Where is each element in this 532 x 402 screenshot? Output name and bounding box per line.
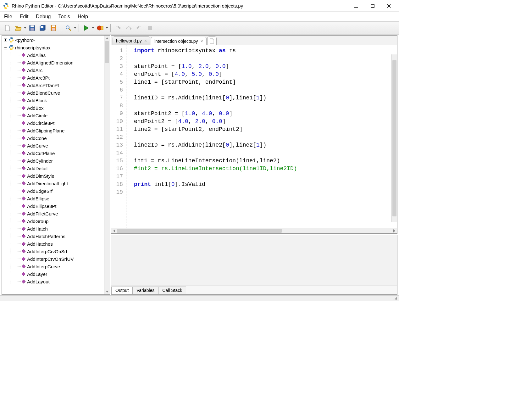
tree-item[interactable]: AddCircle bbox=[2, 112, 110, 119]
open-file-button[interactable] bbox=[14, 23, 23, 33]
content-area: <python> rhinoscriptsyntax AddAliasAddAl… bbox=[0, 34, 399, 295]
tree-root-python[interactable]: <python> bbox=[2, 36, 110, 44]
close-icon[interactable]: × bbox=[200, 39, 203, 44]
method-icon bbox=[21, 181, 26, 186]
step-over-button[interactable] bbox=[124, 23, 133, 33]
tree-item-label: AddCone bbox=[27, 136, 47, 141]
tree-view[interactable]: <python> rhinoscriptsyntax AddAliasAddAl… bbox=[2, 36, 110, 294]
tree-item[interactable]: AddBlendCurve bbox=[2, 89, 110, 97]
tree-connector bbox=[8, 181, 21, 186]
scroll-track[interactable] bbox=[117, 228, 391, 233]
svg-rect-15 bbox=[52, 28, 55, 31]
resize-grip-icon[interactable] bbox=[393, 296, 397, 301]
scroll-left-icon[interactable] bbox=[111, 229, 117, 232]
menu-help[interactable]: Help bbox=[78, 14, 88, 20]
svg-marker-119 bbox=[22, 265, 25, 268]
save-as-button[interactable] bbox=[49, 23, 58, 33]
tree-item[interactable]: AddInterpCrvOnSrfUV bbox=[2, 255, 110, 263]
tree-item[interactable]: AddBox bbox=[2, 104, 110, 112]
tree-item[interactable]: AddCutPlane bbox=[2, 149, 110, 157]
tree-item[interactable]: AddAlias bbox=[2, 51, 110, 59]
tree-item[interactable]: AddEdgeSrf bbox=[2, 187, 110, 195]
method-icon bbox=[21, 279, 26, 284]
tree-item[interactable]: AddCircle3Pt bbox=[2, 119, 110, 127]
tree-item[interactable]: AddCone bbox=[2, 134, 110, 142]
tree-item[interactable]: AddInterpCurve bbox=[2, 263, 110, 270]
step-out-button[interactable] bbox=[135, 23, 144, 33]
search-button[interactable] bbox=[64, 23, 73, 33]
tree-item[interactable]: AddFilletCurve bbox=[2, 210, 110, 217]
menu-edit[interactable]: Edit bbox=[20, 14, 29, 20]
tab-output[interactable]: Output bbox=[111, 287, 133, 294]
maximize-button[interactable] bbox=[365, 1, 380, 11]
editor-vscroll[interactable] bbox=[391, 54, 397, 222]
code-area[interactable]: 12345678910111213141516171819 import rhi… bbox=[111, 45, 397, 228]
new-tab-button[interactable] bbox=[207, 36, 217, 45]
tree-item[interactable]: AddEllipse bbox=[2, 195, 110, 202]
open-dropdown[interactable] bbox=[24, 27, 27, 29]
tree-item-label: AddInterpCurve bbox=[27, 264, 60, 269]
run-dropdown[interactable] bbox=[91, 27, 95, 29]
step-into-button[interactable] bbox=[113, 23, 123, 33]
tree-item[interactable]: AddArc3Pt bbox=[2, 74, 110, 81]
tree-item[interactable]: AddHatches bbox=[2, 240, 110, 248]
tree-item[interactable]: AddHatchPatterns bbox=[2, 232, 110, 240]
editor-hscroll[interactable] bbox=[111, 228, 397, 233]
tree-item[interactable]: AddInterpCrvOnSrf bbox=[2, 248, 110, 255]
search-dropdown[interactable] bbox=[74, 27, 77, 29]
tree-item[interactable]: AddLayout bbox=[2, 278, 110, 285]
tree-item[interactable]: AddDetail bbox=[2, 165, 110, 172]
new-file-button[interactable] bbox=[3, 23, 12, 33]
svg-marker-20 bbox=[92, 27, 94, 29]
tree-item[interactable]: AddGroup bbox=[2, 217, 110, 225]
tree-item[interactable]: AddDirectionalLight bbox=[2, 180, 110, 187]
tree-item[interactable]: AddEllipse3Pt bbox=[2, 202, 110, 210]
close-icon[interactable]: × bbox=[144, 38, 147, 43]
svg-marker-86 bbox=[22, 181, 25, 185]
save-all-button[interactable] bbox=[38, 23, 47, 33]
svg-marker-71 bbox=[22, 144, 25, 148]
tree-item[interactable]: AddArcPtTanPt bbox=[2, 81, 110, 89]
tree-item[interactable]: AddClippingPlane bbox=[2, 127, 110, 134]
svg-marker-50 bbox=[22, 91, 25, 95]
sidebar-scrollbar[interactable] bbox=[104, 36, 110, 294]
output-body[interactable] bbox=[111, 235, 397, 286]
tree-connector bbox=[8, 226, 21, 232]
tab-callstack[interactable]: Call Stack bbox=[158, 287, 186, 294]
scroll-right-icon[interactable] bbox=[391, 229, 397, 232]
tree-item[interactable]: AddArc bbox=[2, 66, 110, 74]
tree-root-rhinoscript[interactable]: rhinoscriptsyntax bbox=[2, 44, 110, 51]
menu-file[interactable]: File bbox=[4, 14, 12, 20]
scroll-up-icon[interactable] bbox=[104, 36, 110, 41]
save-button[interactable] bbox=[27, 23, 37, 33]
svg-point-1 bbox=[7, 8, 7, 8]
breakpoint-button[interactable] bbox=[95, 23, 105, 33]
tree-item[interactable]: AddCurve bbox=[2, 142, 110, 149]
stop-button[interactable] bbox=[145, 23, 155, 33]
tab-variables[interactable]: Variables bbox=[132, 287, 158, 294]
scroll-thumb[interactable] bbox=[105, 41, 109, 63]
scroll-down-icon[interactable] bbox=[104, 289, 110, 294]
scroll-thumb[interactable] bbox=[117, 229, 282, 233]
method-icon bbox=[21, 83, 26, 87]
tree-item-label: AddArcPtTanPt bbox=[27, 83, 59, 88]
tree-item[interactable]: AddDimStyle bbox=[2, 172, 110, 180]
svg-marker-62 bbox=[22, 121, 25, 125]
minimize-button[interactable] bbox=[349, 1, 363, 11]
tree-item[interactable]: AddBlock bbox=[2, 97, 110, 104]
tree-item[interactable]: AddLayer bbox=[2, 270, 110, 278]
close-button[interactable] bbox=[382, 1, 396, 11]
breakpoint-dropdown[interactable] bbox=[105, 27, 108, 29]
code-text[interactable]: import rhinoscriptsyntax as rs startPoin… bbox=[126, 45, 397, 228]
menu-debug[interactable]: Debug bbox=[36, 14, 51, 20]
menu-tools[interactable]: Tools bbox=[58, 14, 70, 20]
scroll-thumb[interactable] bbox=[392, 60, 396, 216]
tree-item[interactable]: AddHatch bbox=[2, 225, 110, 232]
expand-icon[interactable] bbox=[3, 38, 8, 42]
tree-item[interactable]: AddCylinder bbox=[2, 157, 110, 165]
tab-intersection[interactable]: intersection objects.py × bbox=[151, 37, 207, 45]
run-button[interactable] bbox=[81, 23, 91, 33]
tab-helloworld[interactable]: helloworld.py × bbox=[113, 36, 150, 45]
tree-item[interactable]: AddAlignedDimension bbox=[2, 59, 110, 66]
collapse-icon[interactable] bbox=[3, 45, 8, 50]
